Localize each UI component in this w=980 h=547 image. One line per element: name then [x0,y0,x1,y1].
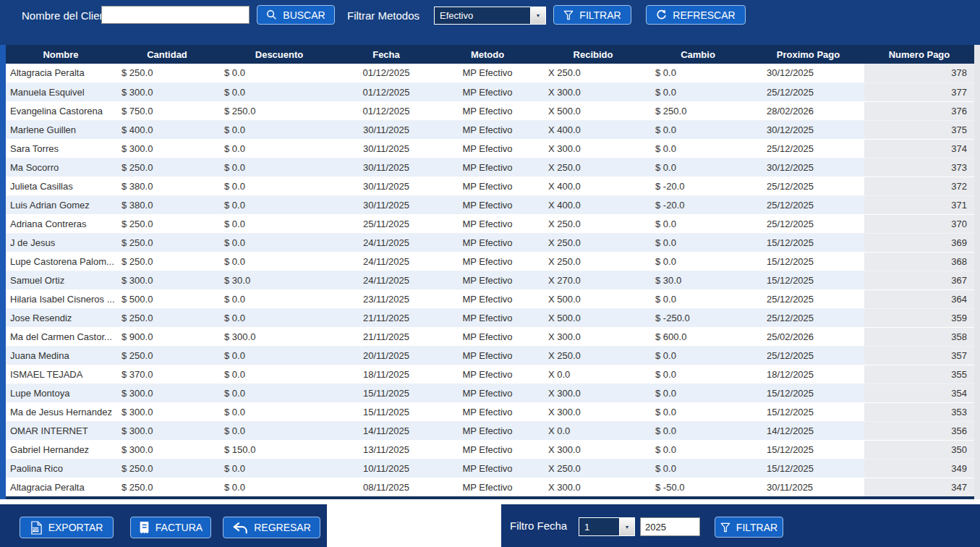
method-select[interactable]: Efectivo ▼ [434,7,546,25]
cell-cambio: $ -250.0 [644,308,752,327]
table-row[interactable]: Hilaria Isabel Cisneros ...$ 500.0$ 0.02… [6,289,974,308]
table-row[interactable]: Lupe Montoya$ 300.0$ 0.015/11/2025MP Efe… [6,383,974,402]
cell-numero-pago: 373 [864,158,974,177]
cell-proximo-pago: 25/12/2025 [752,195,864,214]
cell-cantidad: $ 250.0 [116,459,218,478]
table-row[interactable]: J de Jesus$ 250.0$ 0.024/11/2025MP Efect… [6,233,974,252]
table-row[interactable]: Julieta Casillas$ 380.0$ 0.030/11/2025MP… [6,177,974,195]
cell-metodo: MP Efectivo [433,101,542,120]
cell-fecha: 30/11/2025 [340,177,433,195]
cell-descuento: $ 0.0 [218,214,340,233]
cell-cambio: $ 0.0 [644,289,752,308]
buscar-button[interactable]: BUSCAR [257,5,335,25]
filtrar-methods-button[interactable]: FILTRAR [553,5,631,25]
table-row[interactable]: Evangelina Castorena$ 750.0$ 250.001/12/… [6,101,974,120]
table-row[interactable]: Gabriel Hernandez$ 300.0$ 150.013/11/202… [6,440,974,459]
cell-recibido: X 300.0 [542,478,644,496]
refrescar-button[interactable]: REFRESCAR [646,5,746,25]
cell-cantidad: $ 250.0 [116,158,218,177]
cell-metodo: MP Efectivo [433,233,542,252]
cell-proximo-pago: 25/12/2025 [752,139,864,158]
cell-fecha: 30/11/2025 [340,195,433,214]
cell-cambio: $ 0.0 [644,402,752,421]
cell-cambio: $ 0.0 [644,383,752,402]
cell-proximo-pago: 28/02/2026 [752,101,864,120]
vertical-scrollbar[interactable] [974,45,980,499]
cell-metodo: MP Efectivo [433,478,542,496]
table-row[interactable]: Marlene Guillen$ 400.0$ 0.030/11/2025MP … [6,120,974,139]
table-row[interactable]: ISMAEL TEJADA$ 370.0$ 0.018/11/2025MP Ef… [6,365,974,383]
cell-metodo: MP Efectivo [433,64,542,82]
table-row[interactable]: Juana Medina$ 250.0$ 0.020/11/2025MP Efe… [6,346,974,365]
client-name-input[interactable] [101,6,250,24]
col-header-proximo-pago[interactable]: Proximo Pago [752,45,864,64]
col-header-metodo[interactable]: Metodo [433,45,542,64]
regresar-button[interactable]: REGRESAR [223,517,320,538]
col-header-cambio[interactable]: Cambio [644,45,752,64]
exportar-button-label: EXPORTAR [48,522,103,533]
cell-recibido: X 250.0 [542,214,644,233]
table-row[interactable]: Altagracia Peralta$ 250.0$ 0.008/11/2025… [6,478,974,496]
table-header-row: Nombre Cantidad Descuento Fecha Metodo R… [6,45,974,64]
table-row[interactable]: Samuel Ortiz$ 300.0$ 30.024/11/2025MP Ef… [6,271,974,289]
table-row[interactable]: Luis Adrian Gomez$ 380.0$ 0.030/11/2025M… [6,195,974,214]
chevron-down-icon[interactable]: ▼ [619,518,634,535]
cell-proximo-pago: 15/12/2025 [752,252,864,271]
payments-app-window: Nombre del Cliente BUSCAR Filtrar Metodo… [0,0,980,547]
cell-numero-pago: 354 [864,383,974,402]
col-header-nombre[interactable]: Nombre [6,45,116,64]
cell-numero-pago: 375 [864,120,974,139]
cell-cantidad: $ 300.0 [116,402,218,421]
cell-recibido: X 250.0 [542,158,644,177]
cell-numero-pago: 370 [864,214,974,233]
exportar-button[interactable]: PDF EXPORTAR [20,517,114,538]
table-row[interactable]: Ma del Carmen Castor...$ 900.0$ 300.021/… [6,327,974,346]
cell-nombre: Altagracia Peralta [6,64,116,82]
cell-nombre: ISMAEL TEJADA [6,365,116,383]
cell-metodo: MP Efectivo [433,402,542,421]
cell-numero-pago: 369 [864,233,974,252]
filtrar-fecha-button[interactable]: FILTRAR [715,517,783,538]
cell-cantidad: $ 750.0 [116,101,218,120]
cell-recibido: X 250.0 [542,346,644,365]
col-header-numero-pago[interactable]: Numero Pago [864,45,974,64]
cell-metodo: MP Efectivo [433,120,542,139]
table-row[interactable]: Lupe Castorena Palom...$ 250.0$ 0.024/11… [6,252,974,271]
cell-fecha: 21/11/2025 [340,327,433,346]
year-input[interactable] [640,517,700,536]
col-header-cantidad[interactable]: Cantidad [116,45,218,64]
table-row[interactable]: Manuela Esquivel$ 300.0$ 0.001/12/2025MP… [6,82,974,101]
cell-descuento: $ 300.0 [218,327,340,346]
col-header-fecha[interactable]: Fecha [340,45,433,64]
cell-proximo-pago: 25/12/2025 [752,308,864,327]
cell-cantidad: $ 250.0 [116,64,218,82]
cell-descuento: $ 0.0 [218,252,340,271]
table-row[interactable]: Ma de Jesus Hernandez$ 300.0$ 0.015/11/2… [6,402,974,421]
cell-metodo: MP Efectivo [433,289,542,308]
cell-cantidad: $ 250.0 [116,252,218,271]
factura-button[interactable]: FACTURA [130,517,211,538]
filtrar-fecha-button-label: FILTRAR [736,522,777,533]
cell-cantidad: $ 500.0 [116,289,218,308]
table-row[interactable]: Altagracia Peralta$ 250.0$ 0.001/12/2025… [6,64,974,82]
table-row[interactable]: Adriana Contreras$ 250.0$ 0.025/11/2025M… [6,214,974,233]
cell-proximo-pago: 25/12/2025 [752,346,864,365]
table-row[interactable]: Jose Resendiz$ 250.0$ 0.021/11/2025MP Ef… [6,308,974,327]
cell-numero-pago: 357 [864,346,974,365]
col-header-descuento[interactable]: Descuento [218,45,340,64]
cell-cantidad: $ 250.0 [116,214,218,233]
cell-metodo: MP Efectivo [433,195,542,214]
col-header-recibido[interactable]: Recibido [542,45,644,64]
cell-numero-pago: 378 [864,64,974,82]
table-row[interactable]: Ma Socorro$ 250.0$ 0.030/11/2025MP Efect… [6,158,974,177]
table-row[interactable]: OMAR INTERNET$ 300.0$ 0.014/11/2025MP Ef… [6,421,974,440]
cell-cantidad: $ 250.0 [116,478,218,496]
table-row[interactable]: Paolina Rico$ 250.0$ 0.010/11/2025MP Efe… [6,459,974,478]
cell-nombre: Jose Resendiz [6,308,116,327]
cell-nombre: Lupe Castorena Palom... [6,252,116,271]
cell-cambio: $ 30.0 [644,271,752,289]
month-select[interactable]: 1 ▼ [579,517,635,536]
chevron-down-icon[interactable]: ▼ [530,7,545,24]
table-row[interactable]: Sara Torres$ 300.0$ 0.030/11/2025MP Efec… [6,139,974,158]
cell-proximo-pago: 14/12/2025 [752,421,864,440]
